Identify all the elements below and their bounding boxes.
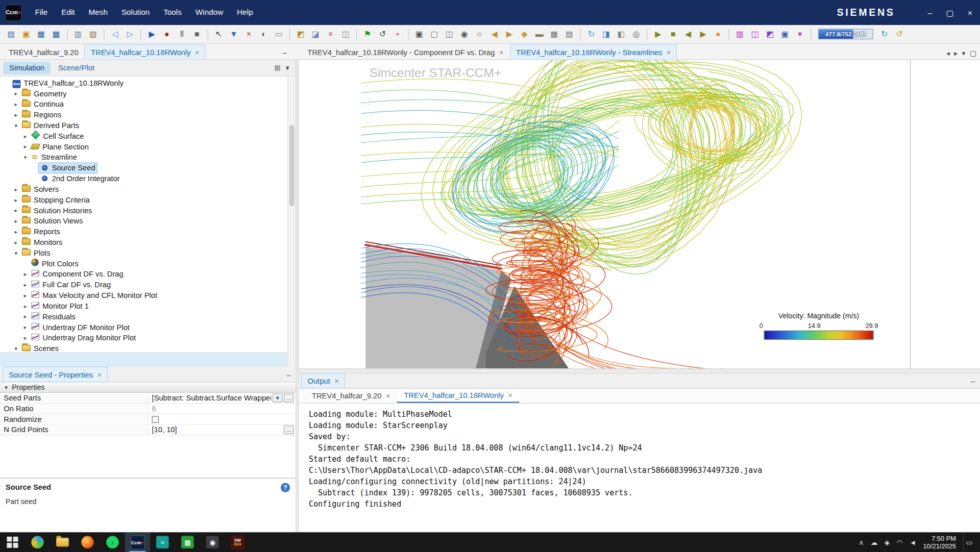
tab-close-icon[interactable]: × — [195, 48, 200, 57]
menu-edit[interactable]: Edit — [55, 0, 82, 25]
prev-view-icon[interactable]: ◀ — [487, 27, 501, 41]
chevron-down-icon[interactable]: ▾ — [12, 345, 20, 352]
plot-update-icon[interactable]: ◧ — [615, 27, 628, 41]
taskbar-solidworks-icon[interactable]: SW2024 — [225, 532, 250, 552]
step-back-icon[interactable]: ◀ — [681, 27, 695, 41]
stop-icon[interactable]: ■ — [666, 27, 680, 41]
filter-icon[interactable]: ▼ — [273, 393, 283, 402]
maximize-button[interactable]: ▢ — [940, 0, 960, 25]
tree-item-monitors[interactable]: ▸Monitors — [0, 237, 287, 247]
notification-icon[interactable]: ▭ — [963, 532, 975, 552]
output-tab-trev4-halfcar-9-20[interactable]: TREV4_halfcar_9.20× — [305, 389, 398, 403]
randomize-checkbox[interactable] — [152, 416, 159, 422]
chevron-down-icon[interactable]: ▾ — [12, 122, 20, 128]
taskbar-starccm-icon[interactable]: Ccm+ — [125, 532, 150, 552]
property-value[interactable]: [10, 10]… — [148, 425, 296, 435]
chevron-right-icon[interactable]: ▸ — [21, 143, 30, 149]
tab-scene-plot[interactable]: Scene/Plot — [52, 62, 101, 74]
tab-simulation[interactable]: Simulation — [3, 62, 51, 74]
menu-file[interactable]: File — [28, 0, 55, 25]
chevron-down-icon[interactable]: ▾ — [12, 249, 20, 256]
taskbar-spotify-icon[interactable]: ♪ — [100, 532, 125, 552]
menu-tools[interactable]: Tools — [157, 0, 189, 25]
minimize-panel-icon[interactable]: – — [971, 377, 975, 385]
monitor-plot-icon[interactable]: ◫ — [748, 27, 762, 41]
tree-item-trev4-halfcar-10-18rwonly[interactable]: SimTREV4_halfcar_10.18RWonly — [0, 78, 287, 88]
visibility-icon[interactable]: ◐ — [257, 27, 271, 41]
pause-icon[interactable]: ● — [711, 27, 725, 41]
tree-item-cell-surface[interactable]: ▸Cell Surface — [0, 131, 287, 141]
load-simulation-icon[interactable]: ▣ — [19, 27, 33, 41]
tab-source-seed-properties[interactable]: Source Seed - Properties × — [3, 367, 108, 383]
volume-mesh-icon[interactable]: ◪ — [309, 27, 323, 41]
tree-item-solution-views[interactable]: ▸Solution Views — [0, 215, 287, 226]
save-view-icon[interactable]: ◆ — [518, 27, 531, 41]
tree-item-regions[interactable]: ▸Regions — [0, 109, 287, 120]
ellipsis-button[interactable]: … — [284, 425, 294, 434]
select-icon[interactable]: ↖ — [212, 27, 226, 41]
garbage-collect-icon[interactable]: ↺ — [893, 27, 906, 41]
initialize-solution-icon[interactable]: ⚑ — [361, 27, 375, 41]
chevron-right-icon[interactable]: ▸ — [21, 271, 30, 277]
measure-icon[interactable]: ▭ — [272, 27, 286, 41]
clear-mesh-icon[interactable]: × — [324, 27, 337, 41]
tray-volume-icon[interactable]: ◄ — [910, 539, 916, 546]
play-macro-icon[interactable]: ▶ — [145, 27, 159, 41]
refresh-memory-icon[interactable]: ↻ — [877, 27, 891, 41]
next-tab-icon[interactable]: ▸ — [954, 49, 958, 58]
marker-icon[interactable]: ▪ — [390, 27, 404, 41]
horizontal-splitter[interactable] — [299, 368, 980, 373]
menu-window[interactable]: Window — [188, 0, 230, 25]
filter-icon[interactable]: ▼ — [227, 27, 240, 41]
tree-item-scenes[interactable]: ▾Scenes — [0, 343, 287, 352]
tree-item-undertray-drag-monitor-plot[interactable]: ▸Undertray Drag Monitor Plot — [0, 332, 287, 343]
tree-item-reports[interactable]: ▸Reports — [0, 226, 287, 237]
layers-icon[interactable]: ▣ — [778, 27, 792, 41]
taskbar-teal-app-icon[interactable]: ≈ — [150, 532, 175, 552]
surface-mesh-icon[interactable]: ◩ — [294, 27, 308, 41]
chevron-right-icon[interactable]: ▸ — [12, 239, 20, 245]
probe-icon[interactable]: ◎ — [629, 27, 643, 41]
tree-item-plot-colors[interactable]: Plot Colors — [0, 258, 287, 269]
doc-tab-trev4-halfcar-9-20[interactable]: TREV4_halfcar_9.20 — [3, 44, 85, 60]
tree-item-max-velocity-and-cfl-monitor-plot[interactable]: ▸Max Velocity and CFL Monitor Plot — [0, 290, 287, 300]
start-button[interactable] — [0, 532, 25, 552]
chevron-right-icon[interactable]: ▸ — [12, 218, 20, 224]
tab-close-icon[interactable]: × — [97, 370, 102, 379]
step-icon[interactable]: ▶ — [696, 27, 710, 41]
tab-close-icon[interactable]: × — [386, 391, 390, 400]
stop-macro-icon[interactable]: ■ — [190, 27, 204, 41]
ellipsis-button[interactable]: … — [284, 393, 294, 402]
snapshot-icon[interactable]: ◉ — [457, 27, 471, 41]
run-icon[interactable]: ▶ — [651, 27, 665, 41]
table-icon[interactable]: ▦ — [548, 27, 561, 41]
back-icon[interactable]: ◁ — [108, 27, 122, 41]
tree-item-source-seed[interactable]: Source Seed — [0, 162, 287, 173]
prev-tab-icon[interactable]: ◂ — [946, 49, 950, 58]
magnifier-icon[interactable]: ○ — [473, 27, 486, 41]
tree-item-stopping-criteria[interactable]: ▸Stopping Criteria — [0, 194, 287, 205]
taskbar-firefox-icon[interactable] — [75, 532, 100, 552]
doc-tab-trev4-halfcar-10-18rwonly[interactable]: TREV4_halfcar_10.18RWonly× — [85, 44, 206, 60]
properties-section-header[interactable]: ▼ Properties — [0, 382, 296, 393]
new-simulation-icon[interactable]: ▤ — [5, 27, 18, 41]
view-tab-trev4-halfcar-10-18rwonly-component-df-vs-drag[interactable]: TREV4_halfcar_10.18RWonly - Component DF… — [301, 44, 510, 60]
minimize-panel-icon[interactable]: – — [286, 370, 290, 379]
chevron-right-icon[interactable]: ▸ — [12, 101, 20, 107]
auto-update-icon[interactable]: ↻ — [584, 27, 598, 41]
property-value[interactable]: [Subtract: Subtract.Surface Wrapper.Car▼… — [148, 393, 296, 403]
tab-list-icon[interactable]: ▾ — [962, 49, 966, 58]
chevron-right-icon[interactable]: ▸ — [21, 335, 30, 341]
view-tab-trev4-halfcar-10-18rwonly-streamlines[interactable]: TREV4_halfcar_10.18RWonly - Streamlines× — [510, 44, 677, 60]
next-view-icon[interactable]: ▶ — [502, 27, 516, 41]
clear-selection-icon[interactable]: × — [242, 27, 256, 41]
property-value[interactable]: 6 — [148, 404, 296, 414]
chevron-down-icon[interactable]: ▾ — [286, 63, 289, 72]
memory-gauge[interactable]: 477.8/752.0MB — [818, 29, 873, 39]
tree-item-residuals[interactable]: ▸Residuals — [0, 311, 287, 322]
tray-onedrive-icon[interactable]: ☁ — [871, 538, 877, 546]
simulation-tree[interactable]: SimTREV4_halfcar_10.18RWonly▸Geometry▸Co… — [0, 76, 287, 352]
save-icon[interactable]: ▦ — [34, 27, 48, 41]
tab-output[interactable]: Output × — [301, 373, 345, 389]
chevron-right-icon[interactable]: ▸ — [12, 186, 20, 192]
